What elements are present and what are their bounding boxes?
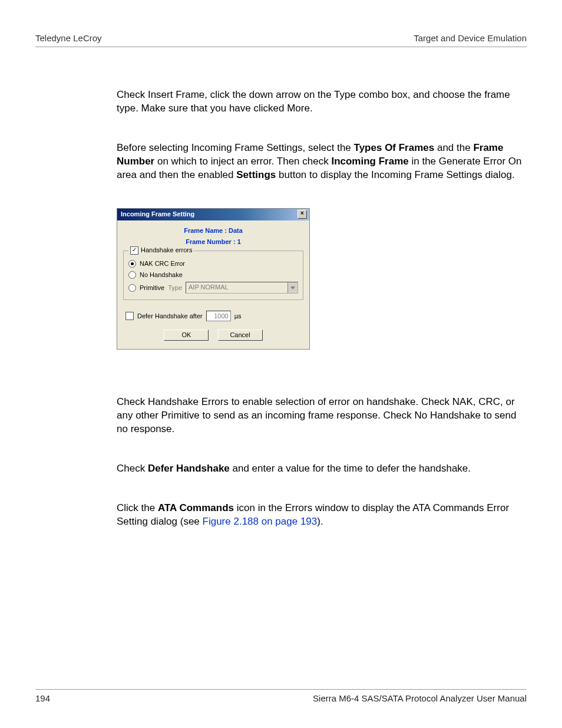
- svg-marker-0: [290, 286, 295, 289]
- figure-cross-reference-link[interactable]: Figure 2.188 on page 193: [203, 516, 318, 527]
- paragraph-insert-frame: Check Insert Frame, click the down arrow…: [117, 88, 527, 116]
- primitive-type-value: AIP NORMAL: [186, 282, 287, 293]
- primitive-label: Primitive: [140, 284, 164, 292]
- frame-name-label: Frame Name : Data: [123, 226, 303, 235]
- defer-unit-label: µs: [234, 312, 242, 321]
- primitive-type-combo[interactable]: AIP NORMAL: [186, 282, 298, 294]
- page-header: Teledyne LeCroy Target and Device Emulat…: [35, 33, 527, 47]
- nak-crc-error-label: NAK CRC Error: [140, 259, 185, 268]
- dialog-titlebar[interactable]: Incoming Frame Setting ×: [117, 209, 309, 220]
- paragraph-before-selecting: Before selecting Incoming Frame Settings…: [117, 141, 527, 182]
- header-right: Target and Device Emulation: [414, 33, 527, 43]
- handshake-errors-group: ✓ Handshake errors NAK CRC Error No Hand…: [123, 251, 303, 300]
- defer-handshake-checkbox[interactable]: [125, 312, 134, 320]
- incoming-frame-setting-dialog: Incoming Frame Setting × Frame Name : Da…: [117, 208, 310, 350]
- page-number: 194: [35, 693, 50, 703]
- incoming-frame-setting-figure: Incoming Frame Setting × Frame Name : Da…: [117, 208, 527, 350]
- body-content: Check Insert Frame, click the down arrow…: [117, 88, 527, 529]
- manual-title: Sierra M6-4 SAS/SATA Protocol Analyzer U…: [313, 693, 527, 703]
- primitive-radio[interactable]: [128, 284, 136, 292]
- frame-number-label: Frame Number : 1: [123, 238, 303, 246]
- dialog-title-text: Incoming Frame Setting: [121, 210, 194, 219]
- defer-handshake-label: Defer Handshake after: [137, 312, 203, 321]
- handshake-errors-label: Handshake errors: [141, 246, 192, 255]
- ok-button[interactable]: OK: [164, 330, 209, 341]
- chevron-down-icon[interactable]: [287, 282, 297, 293]
- paragraph-defer-handshake: Check Defer Handshake and enter a value …: [117, 462, 527, 476]
- primitive-type-label: Type: [168, 284, 182, 292]
- close-button[interactable]: ×: [297, 210, 307, 219]
- paragraph-handshake-errors: Check Handshake Errors to enable selecti…: [117, 396, 527, 436]
- handshake-errors-checkbox[interactable]: ✓: [130, 246, 138, 255]
- paragraph-ata-commands: Click the ATA Commands icon in the Error…: [117, 502, 527, 529]
- no-handshake-label: No Handshake: [140, 271, 183, 279]
- page-footer: 194 Sierra M6-4 SAS/SATA Protocol Analyz…: [35, 689, 527, 703]
- header-left: Teledyne LeCroy: [35, 33, 102, 43]
- nak-crc-error-radio[interactable]: [128, 260, 136, 268]
- defer-value-input[interactable]: 1000: [206, 311, 231, 321]
- no-handshake-radio[interactable]: [128, 271, 136, 279]
- cancel-button[interactable]: Cancel: [218, 330, 263, 341]
